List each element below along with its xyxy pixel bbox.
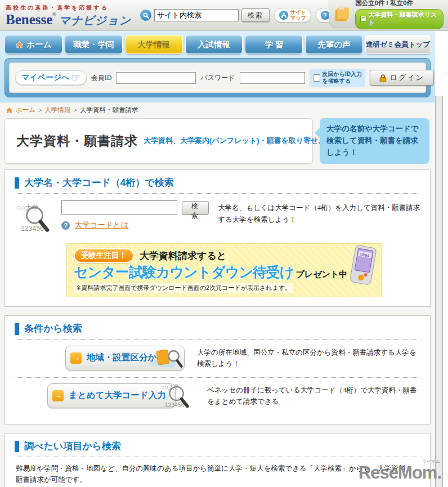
section-heading: 条件から検索 <box>15 323 420 334</box>
save-id-checkbox[interactable] <box>313 74 320 82</box>
mobile-phone-image: 0894 <box>338 242 383 289</box>
home-icon <box>15 41 24 48</box>
breadcrumb: ホーム > 大学情報 > 大学資料・願書請求 <box>0 102 435 117</box>
sitemap-label: サイトマップ <box>290 10 306 21</box>
svg-text:123456: 123456 <box>165 402 185 408</box>
region-category-button[interactable]: → 地域・設置区分から <box>65 346 185 370</box>
password-label: パスワード <box>200 73 235 83</box>
magnifier-icon: ○○大学 123456 <box>15 200 52 235</box>
svg-text:123456: 123456 <box>21 225 44 233</box>
tab-home[interactable]: ホーム <box>5 35 62 54</box>
site-logo[interactable]: Benesse® マナビジョン <box>6 12 132 26</box>
mypage-button[interactable]: マイページへ ☞ <box>15 70 87 85</box>
main-nav: ホーム 職業・学問 大学情報 入試情報 学 習 先輩の声 進研ゼミ会員トップ <box>5 35 431 54</box>
sitemap-link[interactable]: サイトマップ <box>274 8 311 23</box>
sitemap-icon <box>279 11 288 20</box>
manavision-logo-text: マナビジョン <box>59 14 131 26</box>
site-tagline: 高校生の進路・進学を応援する <box>6 4 132 12</box>
folder-icon <box>334 5 352 24</box>
tab-shinken-zemi-member-top[interactable]: 進研ゼミ会員トップ <box>365 35 431 54</box>
save-id-label: 次回からID入力を省略する <box>322 71 362 85</box>
dotted-divider <box>15 457 420 457</box>
save-id-option: 次回からID入力を省略する <box>310 69 365 87</box>
arrow-icon: → <box>52 390 64 401</box>
section-condition-search: 条件から検索 → 地域・設置区分から 大学の所在地域、国公立・私立の区分から資料… <box>5 315 431 424</box>
watermark-ruby: リセマム <box>422 459 440 464</box>
search-icon <box>140 10 151 21</box>
code-search-button[interactable]: 検索 <box>182 201 209 215</box>
tab-shokugyo-gakumon[interactable]: 職業・学問 <box>65 35 123 54</box>
login-button[interactable]: ログイン <box>370 70 434 86</box>
member-id-label: 会員ID <box>91 73 112 83</box>
bulk-code-entry-description: ベネッセの冊子に載っている大学コード（4桁）で大学資料・願書をまとめて請求できる <box>207 385 420 407</box>
page-subtitle: 大学資料、大学案内(パンフレット)・願書を取り寄せよう！ <box>144 136 341 146</box>
breadcrumb-separator: > <box>38 107 42 114</box>
section-heading: 大学名・大学コード（4桁）で検索 <box>15 177 420 189</box>
login-frame: マイページへ ☞ 会員ID パスワード 次回からID入力を省略する ログイン →… <box>5 58 431 97</box>
pointing-hand-icon: ☞ <box>71 73 80 83</box>
dotted-divider <box>15 193 420 194</box>
lock-icon <box>379 74 387 82</box>
arrow-icon: → <box>443 68 448 78</box>
code-search-description: 大学名、もしくは大学コード（4桁）を入力して資料・願書請求する大学を検索しよう！ <box>218 202 420 225</box>
banner-line1: 大学資料請求すると <box>140 249 226 262</box>
site-search-input[interactable] <box>154 9 239 21</box>
page-title-box: 大学資料・願書請求 大学資料、大学案内(パンフレット)・願書を取り寄せよう！ <box>5 118 313 164</box>
login-bar: マイページへ ☞ 会員ID パスワード 次回からID入力を省略する ログイン →… <box>9 62 426 93</box>
page-title: 大学資料・願書請求 <box>16 132 138 150</box>
callout-bubble: 大学の名前や大学コードで検索して資料・願書を請求しよう！ <box>320 118 429 164</box>
bulk-code-entry-button[interactable]: → まとめて大学コード入力 ○○大学 123456 <box>47 383 176 408</box>
campaign-banner[interactable]: 受験生注目！ 大学資料請求すると センター試験カウントダウン待受けプレゼント中！… <box>66 243 382 297</box>
map-folder-magnifier-image <box>147 347 183 369</box>
university-code-input[interactable] <box>61 200 177 215</box>
breadcrumb-current: 大学資料・願書請求 <box>80 106 138 114</box>
list-icon <box>360 16 366 22</box>
nav-band: ホーム 職業・学問 大学情報 入試情報 学 習 先輩の声 進研ゼミ会員トップ マ… <box>0 31 435 102</box>
banner-main-text: センター試験カウントダウン待受けプレゼント中！ <box>74 263 334 282</box>
site-header: 高校生の進路・進学を応援する Benesse® マナビジョン 検索 サイトマップ… <box>0 0 448 31</box>
magnifier-icon: ○○大学 123456 <box>159 382 192 410</box>
logo-block[interactable]: 高校生の進路・進学を応援する Benesse® マナビジョン <box>6 4 132 26</box>
banner-note: ※資料請求完了画面で携帯ダウンロード画面の2次元コードが表示されます。 <box>74 283 293 293</box>
breadcrumb-daigaku-joho[interactable]: 大学情報 <box>45 106 71 114</box>
request-status-panel: 国公立0件 / 私立0件 大学資料・願書請求リスト <box>329 0 448 28</box>
request-list-button[interactable]: 大学資料・願書請求リスト <box>355 9 443 29</box>
resemom-watermark: リセマム ReseMom. <box>359 464 441 481</box>
region-category-description: 大学の所在地域、国公立・私立の区分から資料・願書請求する大学を検索しよう！ <box>197 347 420 369</box>
main-area: ホーム > 大学情報 > 大学資料・願書請求 大学資料・願書請求 大学資料、大学… <box>0 102 435 487</box>
dotted-divider <box>15 377 420 378</box>
site-search-button[interactable]: 検索 <box>241 8 270 22</box>
tab-senpai-no-koe[interactable]: 先輩の声 <box>305 35 363 54</box>
section-heading: 調べたい項目から検索 <box>15 441 420 452</box>
benesse-logo-text: Benesse <box>6 12 52 27</box>
home-icon <box>6 107 13 114</box>
dotted-divider <box>15 339 420 340</box>
breadcrumb-separator: > <box>74 107 78 114</box>
attention-badge: 受験生注目！ <box>74 248 134 263</box>
question-icon: ? <box>61 221 70 230</box>
arrow-icon: → <box>70 352 82 364</box>
section-code-search: 大学名・大学コード（4桁）で検索 ○○大学 123456 検索 ? 大学コードと… <box>5 169 431 307</box>
tab-nyushi-joho[interactable]: 入試情報 <box>185 35 243 54</box>
breadcrumb-home[interactable]: ホーム <box>16 106 35 114</box>
what-is-university-code-link[interactable]: 大学コードとは <box>75 221 129 229</box>
site-search: 検索 <box>140 8 270 22</box>
registered-mark: ® <box>52 12 56 17</box>
request-count: 国公立0件 / 私立0件 <box>355 0 443 7</box>
password-field[interactable] <box>240 72 305 84</box>
scrollbar[interactable] <box>435 96 443 487</box>
member-id-field[interactable] <box>116 72 196 84</box>
tab-daigaku-joho[interactable]: 大学情報 <box>125 35 183 54</box>
tab-gakushu[interactable]: 学 習 <box>245 35 303 54</box>
